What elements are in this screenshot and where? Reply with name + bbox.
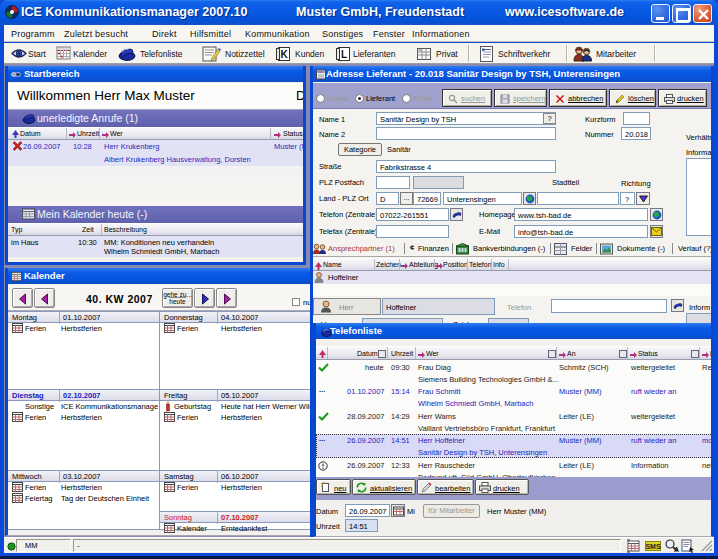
svg-text:SMS: SMS: [645, 543, 661, 550]
svg-text:K: K: [280, 49, 288, 60]
svg-text:A: A: [674, 546, 679, 553]
svg-text:L: L: [341, 49, 347, 60]
